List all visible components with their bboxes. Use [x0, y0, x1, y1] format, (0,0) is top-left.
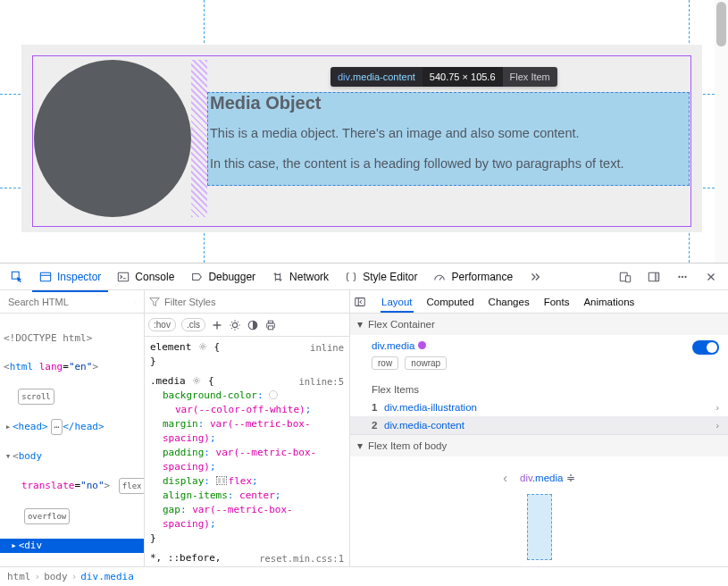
hov-toggle[interactable]: :hov [148, 318, 176, 331]
tab-changes[interactable]: Changes [488, 292, 531, 312]
svg-line-44 [198, 382, 199, 383]
page-scrollbar[interactable] [715, 0, 728, 263]
rules-list[interactable]: inline element {} inline:5 .media { back… [145, 337, 349, 566]
performance-icon [433, 271, 446, 283]
svg-line-21 [231, 322, 232, 322]
filter-icon [148, 296, 161, 308]
tab-animations[interactable]: Animations [582, 292, 635, 312]
flex-item-diagram: ‹ div.media ≑ [350, 456, 728, 494]
tab-debugger[interactable]: Debugger [183, 267, 263, 287]
tab-computed[interactable]: Computed [426, 292, 475, 312]
dom-pane: <!DOCTYPE html> <html lang="en"> scroll … [0, 290, 145, 566]
style-editor-icon [345, 271, 357, 283]
responsive-mode-button[interactable] [612, 267, 639, 287]
diag-class[interactable]: .media [532, 473, 564, 483]
accordion-header[interactable]: ▾Flex Container [350, 314, 728, 335]
tab-network[interactable]: Network [264, 267, 336, 287]
light-icon[interactable] [229, 319, 241, 331]
crumb-html[interactable]: html [7, 571, 31, 582]
print-icon[interactable] [264, 319, 277, 331]
ellipsis-badge[interactable]: ⋯ [51, 419, 63, 435]
add-icon[interactable] [135, 296, 136, 308]
tab-performance[interactable]: Performance [426, 267, 520, 287]
flex-container-link[interactable]: div.media [372, 340, 414, 351]
svg-line-45 [195, 382, 196, 383]
dock-mode-button[interactable] [640, 267, 667, 287]
rules-toolbar [145, 290, 349, 314]
media-content: Media Object This is a media object. The… [207, 92, 690, 186]
more-tabs-button[interactable] [522, 267, 548, 287]
select-caret-icon[interactable]: ≑ [566, 473, 575, 483]
add-rule-icon[interactable] [211, 319, 223, 331]
gap-hatch [191, 60, 207, 217]
tab-inspector[interactable]: Inspector [32, 267, 108, 287]
svg-line-23 [231, 328, 232, 329]
console-icon [117, 271, 130, 283]
pick-element-button[interactable] [4, 267, 30, 287]
css-rule[interactable]: reset.min.css:1 *, ::before, ::after { b… [150, 551, 344, 566]
layout-body: ▾Flex Container div.media row nowrap Fle… [350, 314, 728, 566]
svg-point-12 [682, 275, 683, 277]
css-rule[interactable]: inline element {} [150, 340, 344, 369]
flex-badge[interactable]: flex [119, 478, 144, 494]
crumb-body[interactable]: body [44, 571, 68, 582]
eyedropper-icon[interactable] [139, 296, 140, 308]
flex-items-header: Flex Items [350, 377, 728, 398]
svg-rect-7 [625, 275, 630, 281]
kebab-button[interactable] [669, 267, 696, 287]
network-icon [272, 271, 284, 283]
tab-style-editor[interactable]: Style Editor [338, 267, 424, 287]
dom-node-selected[interactable]: ▸<div [0, 539, 144, 553]
accordion-header[interactable]: ▾Flex Item of body [350, 435, 728, 456]
svg-rect-28 [268, 325, 272, 329]
devtools: Inspector Console Debugger Network Style… [0, 263, 728, 586]
css-rule[interactable]: inline:5 .media { background-color: var(… [150, 374, 344, 546]
dock-icon [648, 271, 660, 283]
tooltip-flex-role: Flex Item [503, 67, 557, 87]
flex-swatch[interactable] [216, 476, 227, 485]
overflow-badge[interactable]: overflow [24, 508, 70, 524]
tooltip-selector: div.media-content [331, 67, 423, 87]
cls-toggle[interactable]: .cls [181, 318, 205, 331]
flex-direction-chip: row [372, 356, 398, 370]
overlay-toggle[interactable] [692, 340, 719, 355]
chevron-left-icon[interactable]: ‹ [503, 471, 507, 485]
svg-line-46 [198, 378, 199, 379]
svg-point-14 [4, 301, 4, 302]
filter-styles-input[interactable] [164, 297, 346, 307]
flex-item-link[interactable]: div.media-illustration [384, 402, 715, 413]
search-icon [4, 296, 4, 308]
devtools-toolbar: Inspector Console Debugger Network Style… [0, 264, 728, 290]
gear-icon[interactable] [197, 341, 208, 352]
tab-layout[interactable]: Layout [381, 292, 414, 312]
svg-point-29 [201, 346, 204, 348]
close-devtools-button[interactable] [698, 267, 724, 287]
page-scrollbar-thumb[interactable] [716, 2, 726, 46]
flex-wrap-chip: nowrap [405, 356, 447, 370]
devtools-body: <!DOCTYPE html> <html lang="en"> scroll … [0, 290, 728, 566]
svg-point-38 [196, 380, 198, 382]
contrast-icon[interactable] [247, 319, 259, 331]
tab-fonts[interactable]: Fonts [543, 292, 571, 312]
svg-line-22 [238, 328, 238, 329]
scroll-badge[interactable]: scroll [18, 389, 54, 405]
crumb-div-media[interactable]: div.media [80, 571, 134, 582]
dom-tree[interactable]: <!DOCTYPE html> <html lang="en"> scroll … [0, 314, 144, 566]
media-paragraph: In this case, the content is a heading f… [210, 156, 689, 171]
color-swatch[interactable] [269, 390, 278, 399]
dom-search-input[interactable] [8, 297, 131, 307]
overlay-color-swatch[interactable] [418, 341, 426, 349]
element-tooltip: div.media-content 540.75 × 105.6 Flex It… [331, 67, 557, 87]
layout-tabs: Layout Computed Changes Fonts Animations [350, 290, 728, 314]
svg-rect-1 [40, 272, 50, 281]
dom-search-bar [0, 290, 144, 314]
gear-icon[interactable] [191, 375, 202, 386]
section-flex-item: ▾Flex Item of body ‹ div.media ≑ [350, 435, 728, 566]
flex-item-row[interactable]: 2 div.media-content › [350, 416, 728, 434]
tab-console[interactable]: Console [110, 267, 181, 287]
sidebar-toggle-icon[interactable] [354, 296, 366, 308]
media-paragraph: This is a media object. There's an image… [210, 126, 689, 140]
flex-item-link[interactable]: div.media-content [384, 420, 715, 431]
flex-item-row[interactable]: 1 div.media-illustration › [350, 398, 728, 416]
breadcrumbs: html › body › div.media [0, 566, 728, 586]
